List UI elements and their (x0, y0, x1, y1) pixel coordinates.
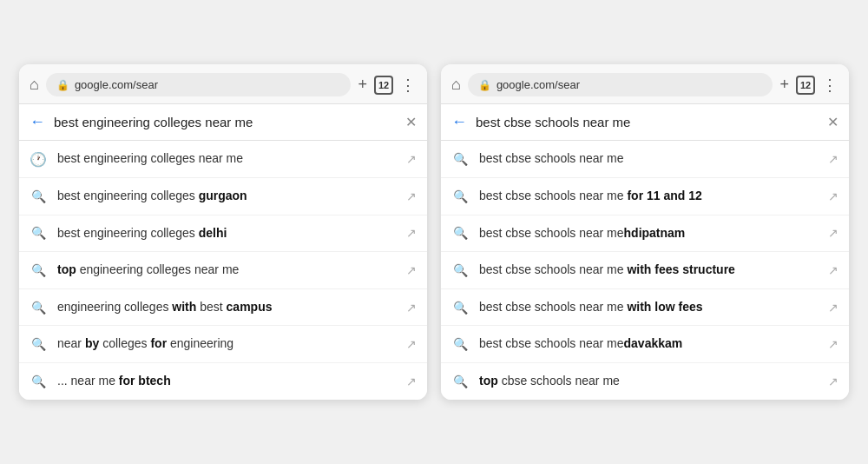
back-arrow-1[interactable]: ← (30, 113, 45, 131)
phone-2: ⌂ 🔒 google.com/sear + 12 ⋮ ← best cbse s… (441, 64, 849, 399)
sugg-arrow-p2-5[interactable]: ↗ (828, 337, 838, 351)
lock-icon-1: 🔒 (56, 79, 69, 91)
suggestion-item-3[interactable]: 🔍 top engineering colleges near me ↗ (19, 252, 427, 289)
suggestion-item-p2-3[interactable]: 🔍 best cbse schools near me with fees st… (441, 252, 849, 289)
sugg-text-2: best engineering colleges delhi (57, 225, 396, 242)
menu-dots-2[interactable]: ⋮ (822, 76, 838, 95)
sugg-arrow-p2-0[interactable]: ↗ (828, 152, 838, 166)
suggestions-list-2: 🔍 best cbse schools near me ↗ 🔍 best cbs… (441, 141, 849, 399)
clear-search-1[interactable]: ✕ (405, 114, 417, 130)
sugg-arrow-5[interactable]: ↗ (406, 337, 417, 351)
url-text-1: google.com/sear (75, 78, 158, 91)
sugg-arrow-2[interactable]: ↗ (406, 226, 417, 240)
suggestion-item-p2-6[interactable]: 🔍 top cbse schools near me ↗ (441, 363, 849, 400)
sugg-text-p2-4: best cbse schools near me with low fees (479, 299, 818, 316)
new-tab-icon-1[interactable]: + (358, 76, 367, 94)
sugg-arrow-1[interactable]: ↗ (406, 189, 417, 203)
top-bar-2: ⌂ 🔒 google.com/sear + 12 ⋮ (451, 73, 838, 96)
back-arrow-2[interactable]: ← (451, 113, 467, 131)
browser-chrome-1: ⌂ 🔒 google.com/sear + 12 ⋮ (19, 64, 427, 104)
lock-icon-2: 🔒 (478, 79, 491, 91)
sugg-arrow-p2-6[interactable]: ↗ (828, 375, 838, 388)
sugg-text-p2-1: best cbse schools near me for 11 and 12 (479, 188, 818, 205)
clear-search-2[interactable]: ✕ (827, 114, 838, 130)
sugg-arrow-history[interactable]: ↗ (406, 152, 417, 166)
search-icon-p2-1: 🔍 (451, 189, 469, 203)
sugg-arrow-p2-4[interactable]: ↗ (828, 301, 838, 315)
search-query-1[interactable]: best engineering colleges near me (54, 115, 397, 129)
suggestion-item-p2-2[interactable]: 🔍 best cbse schools near mehdipatnam ↗ (441, 215, 849, 253)
sugg-text-5: near by colleges for engineering (57, 335, 396, 353)
suggestion-item-p2-0[interactable]: 🔍 best cbse schools near me ↗ (441, 141, 849, 178)
home-icon-2[interactable]: ⌂ (451, 76, 461, 94)
url-text-2: google.com/sear (496, 78, 580, 91)
sugg-text-p2-0: best cbse schools near me (479, 150, 818, 168)
sugg-text-6: ... near me for btech (57, 373, 396, 390)
sugg-text-history: best engineering colleges near me (57, 150, 396, 168)
suggestion-item-2[interactable]: 🔍 best engineering colleges delhi ↗ (19, 215, 427, 253)
url-bar-2[interactable]: 🔒 google.com/sear (468, 73, 773, 96)
search-icon-3: 🔍 (30, 263, 47, 277)
suggestions-list-1: 🕐 best engineering colleges near me ↗ 🔍 … (19, 141, 427, 399)
suggestion-item-1[interactable]: 🔍 best engineering colleges gurgaon ↗ (19, 178, 427, 215)
top-bar-1: ⌂ 🔒 google.com/sear + 12 ⋮ (30, 73, 417, 96)
search-icon-p2-6: 🔍 (451, 375, 469, 388)
search-icon-p2-4: 🔍 (451, 301, 469, 315)
url-bar-1[interactable]: 🔒 google.com/sear (46, 73, 352, 96)
suggestion-item-history[interactable]: 🕐 best engineering colleges near me ↗ (19, 141, 427, 178)
search-icon-1: 🔍 (30, 189, 47, 203)
search-icon-p2-0: 🔍 (451, 152, 469, 166)
sugg-text-4: engineering colleges with best campus (57, 299, 396, 316)
search-icon-2: 🔍 (30, 226, 47, 240)
search-icon-4: 🔍 (30, 301, 47, 315)
suggestion-item-4[interactable]: 🔍 engineering colleges with best campus … (19, 289, 427, 327)
suggestion-item-p2-5[interactable]: 🔍 best cbse schools near medavakkam ↗ (441, 326, 849, 363)
home-icon-1[interactable]: ⌂ (30, 76, 39, 94)
sugg-arrow-6[interactable]: ↗ (406, 375, 417, 388)
new-tab-icon-2[interactable]: + (779, 76, 789, 94)
sugg-text-1: best engineering colleges gurgaon (57, 188, 396, 205)
suggestion-item-p2-1[interactable]: 🔍 best cbse schools near me for 11 and 1… (441, 178, 849, 215)
tab-count-2[interactable]: 12 (796, 76, 815, 95)
search-icon-p2-5: 🔍 (451, 337, 469, 351)
search-icon-6: 🔍 (30, 375, 47, 388)
tab-count-1[interactable]: 12 (374, 76, 393, 95)
search-icon-p2-3: 🔍 (451, 263, 469, 277)
sugg-text-p2-5: best cbse schools near medavakkam (479, 335, 818, 353)
sugg-text-p2-3: best cbse schools near me with fees stru… (479, 262, 818, 279)
suggestion-item-5[interactable]: 🔍 near by colleges for engineering ↗ (19, 326, 427, 363)
search-bar-2[interactable]: ← best cbse schools near me ✕ (441, 104, 849, 141)
clock-icon: 🕐 (30, 151, 47, 168)
sugg-text-p2-6: top cbse schools near me (479, 373, 818, 390)
phone-1: ⌂ 🔒 google.com/sear + 12 ⋮ ← best engine… (19, 64, 427, 399)
search-icon-p2-2: 🔍 (451, 226, 469, 240)
sugg-text-p2-2: best cbse schools near mehdipatnam (479, 225, 818, 242)
search-icon-5: 🔍 (30, 337, 47, 351)
search-query-2[interactable]: best cbse schools near me (476, 115, 819, 129)
suggestion-item-6[interactable]: 🔍 ... near me for btech ↗ (19, 363, 427, 400)
menu-dots-1[interactable]: ⋮ (400, 76, 417, 95)
sugg-text-3: top engineering colleges near me (57, 262, 396, 279)
sugg-arrow-p2-1[interactable]: ↗ (828, 189, 838, 203)
search-bar-1[interactable]: ← best engineering colleges near me ✕ (19, 104, 427, 141)
sugg-arrow-4[interactable]: ↗ (406, 301, 417, 315)
suggestion-item-p2-4[interactable]: 🔍 best cbse schools near me with low fee… (441, 289, 849, 327)
sugg-arrow-3[interactable]: ↗ (406, 263, 417, 277)
sugg-arrow-p2-3[interactable]: ↗ (828, 263, 838, 277)
browser-chrome-2: ⌂ 🔒 google.com/sear + 12 ⋮ (441, 64, 849, 104)
sugg-arrow-p2-2[interactable]: ↗ (828, 226, 838, 240)
